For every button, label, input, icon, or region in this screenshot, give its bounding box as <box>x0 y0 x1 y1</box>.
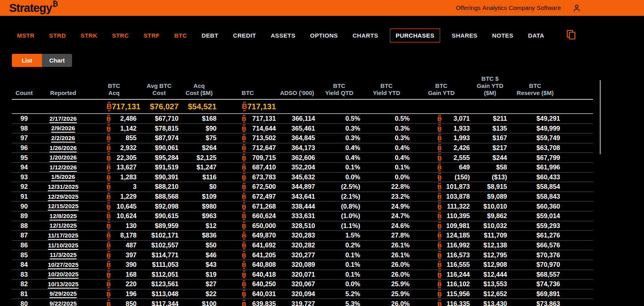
reported-date-link[interactable]: 9/29/2025 <box>49 290 77 297</box>
cell-btc-yield-qtd: 0.1% <box>317 271 362 278</box>
reported-date-link[interactable]: 10/27/2025 <box>48 261 79 268</box>
cell-btc-total: B 717,131 <box>218 115 277 122</box>
section-tab[interactable]: MSTR <box>17 32 34 39</box>
reported-date-link[interactable]: 11/17/2025 <box>48 232 78 239</box>
cell-btc-gain-ytd-usd: $13,430 <box>471 300 509 306</box>
cell-btc-gain-ytd: B (150) <box>411 173 471 181</box>
reported-date-link[interactable]: 2/17/2026 <box>49 115 77 122</box>
bitcoin-icon: B <box>106 194 111 200</box>
cell-reported: 1/20/2026 <box>36 154 90 161</box>
cell-reported: 11/17/2025 <box>36 232 90 239</box>
top-nav-item[interactable]: Analytics <box>483 4 507 11</box>
logo-text: Strategy <box>9 1 52 15</box>
cell-btc-yield-qtd: 1.5% <box>317 232 362 239</box>
section-tab[interactable]: SHARES <box>452 32 477 39</box>
reported-date-link[interactable]: 11/3/2025 <box>49 251 76 258</box>
cell-acq-cost: $1,247 <box>180 163 218 171</box>
top-nav: Offerings Analytics Company Software <box>456 4 581 12</box>
cell-reported: 12/15/2025 <box>36 203 90 210</box>
cell-btc-gain-ytd: B 116,573 <box>411 251 471 259</box>
cell-btc-reserve: $69,891 <box>509 290 562 298</box>
cell-avg-btc-cost: $90,061 <box>138 144 180 152</box>
cell-btc-total: B 672,500 <box>218 183 277 190</box>
column-header: BTC Gain YTD <box>411 82 471 97</box>
view-toggle: List Chart <box>12 54 72 67</box>
table-row: 90 12/15/2025 B 10,645 $92,098 $980 B 67… <box>12 201 593 211</box>
section-tab[interactable]: STRD <box>49 32 66 39</box>
cell-reported: 10/20/2025 <box>36 271 90 278</box>
cell-btc-yield-ytd: 26.0% <box>362 271 411 278</box>
section-tab[interactable]: PURCHASES <box>390 29 441 42</box>
section-tab[interactable]: ASSETS <box>271 32 295 39</box>
top-nav-item[interactable]: Software <box>537 4 561 11</box>
cell-adso: 344,897 <box>277 183 317 190</box>
section-tab[interactable]: DATA <box>528 32 544 39</box>
reported-date-link[interactable]: 12/1/2025 <box>49 222 77 229</box>
cell-btc-yield-ytd: 0.1% <box>362 163 411 171</box>
cell-btc-yield-ytd: 0.5% <box>362 115 411 122</box>
reported-date-link[interactable]: 10/13/2025 <box>48 281 79 287</box>
reported-date-link[interactable]: 2/9/2026 <box>51 125 75 131</box>
cell-btc-gain-ytd: B 2,426 <box>411 144 471 152</box>
section-tab[interactable]: STRF <box>143 32 160 39</box>
section-tab[interactable]: NOTES <box>492 32 513 39</box>
reported-date-link[interactable]: 1/12/2026 <box>49 164 77 171</box>
section-tab[interactable]: BTC <box>174 32 187 39</box>
cell-btc-gain-ytd-usd: $211 <box>471 115 509 122</box>
top-nav-item[interactable]: Offerings <box>456 4 481 11</box>
top-nav-item[interactable]: Company <box>509 4 535 11</box>
account-icon[interactable] <box>573 4 581 12</box>
list-toggle-button[interactable]: List <box>12 54 42 67</box>
table-row: 80 9/22/2025 B 850 $117,344 $100 B 639,8… <box>12 299 593 306</box>
reported-date-link[interactable]: 10/20/2025 <box>48 271 79 277</box>
cell-btc-gain-ytd-usd: $13,553 <box>471 280 509 288</box>
cell-adso: 352,204 <box>277 163 317 171</box>
section-tab[interactable]: CREDIT <box>233 32 256 39</box>
bitcoin-icon: B <box>106 291 111 297</box>
cell-btc-yield-ytd: 24.9% <box>362 203 411 210</box>
reported-date-link[interactable]: 1/5/2026 <box>51 173 75 180</box>
cell-avg-btc-cost: $112,051 <box>138 271 180 278</box>
bitcoin-icon: B <box>106 301 111 306</box>
cell-btc-yield-qtd: 0.5% <box>317 115 362 122</box>
cell-acq-cost: $43 <box>180 261 218 268</box>
section-tab[interactable]: CHARTS <box>353 32 378 39</box>
cell-btc-gain-ytd: B 1,933 <box>411 125 471 132</box>
reported-date-link[interactable]: 11/10/2025 <box>48 242 78 249</box>
cell-avg-btc-cost: $88,568 <box>138 193 180 200</box>
cell-avg-btc-cost: $90,391 <box>138 173 180 181</box>
cell-btc-gain-ytd-usd: $9,089 <box>471 193 509 200</box>
table-scrollbar[interactable] <box>600 80 601 154</box>
reported-date-link[interactable]: 9/22/2025 <box>49 300 77 306</box>
section-tab[interactable]: DEBT <box>201 32 218 39</box>
reported-date-link[interactable]: 1/20/2026 <box>49 154 77 161</box>
reported-date-link[interactable]: 2/2/2026 <box>51 135 75 141</box>
cell-btc-yield-qtd: (2.1%) <box>317 193 362 200</box>
cell-btc-gain-ytd-usd: $11,709 <box>471 232 509 239</box>
bitcoin-icon: B <box>106 213 111 219</box>
bitcoin-icon: B <box>437 135 442 141</box>
reported-date-link[interactable]: 12/31/2025 <box>48 183 79 190</box>
cell-count: 90 <box>12 203 36 210</box>
bitcoin-icon: B <box>437 252 442 258</box>
reported-date-link[interactable]: 12/8/2025 <box>49 213 77 219</box>
chart-toggle-button[interactable]: Chart <box>42 54 72 67</box>
cell-acq-cost: $264 <box>180 144 218 152</box>
section-tab[interactable]: STRK <box>81 32 97 39</box>
cell-btc-acq: B 855 <box>90 134 138 142</box>
cell-btc-gain-ytd-usd: $12,444 <box>471 271 509 278</box>
reported-date-link[interactable]: 12/29/2025 <box>48 193 79 200</box>
copy-icon[interactable] <box>566 29 576 42</box>
reported-date-link[interactable]: 12/15/2025 <box>48 203 79 209</box>
bitcoin-icon: B <box>437 242 442 248</box>
cell-adso: 320,094 <box>277 290 317 298</box>
reported-date-link[interactable]: 1/26/2026 <box>49 144 77 151</box>
table-header-row: Count Reported BTC Acq Avg BTC Cost Acq … <box>12 75 593 100</box>
bitcoin-icon: B <box>437 301 442 306</box>
strategy-logo[interactable]: Strategy ₿ <box>9 1 58 15</box>
section-tab[interactable]: OPTIONS <box>310 32 338 39</box>
cell-btc-yield-qtd: 0.0% <box>317 173 362 181</box>
section-tab[interactable]: STRC <box>112 32 129 39</box>
cell-btc-yield-ytd: 24.6% <box>362 222 411 230</box>
cell-btc-gain-ytd-usd: $8,915 <box>471 183 509 190</box>
